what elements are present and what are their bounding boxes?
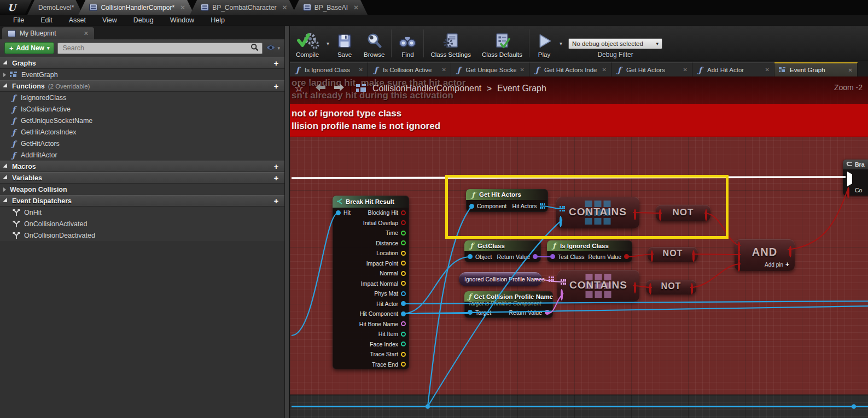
graph-tab-get-unique-socket[interactable]: ƒGet Unique Socket✕ (451, 62, 529, 76)
name-pin[interactable] (545, 310, 550, 315)
section-header-event-dispatchers[interactable]: Event Dispatchers+ (0, 195, 284, 207)
bool-pin[interactable] (401, 220, 406, 225)
object-pin[interactable] (401, 301, 406, 306)
menu-item-asset[interactable]: Asset (61, 15, 94, 25)
list-item-weapon-collision[interactable]: Weapon Collision (0, 184, 284, 195)
menu-item-edit[interactable]: Edit (33, 15, 60, 25)
favorite-star-icon[interactable]: ☆ (294, 82, 304, 95)
name-pin[interactable] (401, 321, 406, 326)
bool-pin[interactable] (789, 246, 791, 257)
bool-pin[interactable] (691, 283, 693, 295)
add-item-button[interactable]: + (271, 58, 281, 68)
search-input[interactable] (61, 44, 251, 52)
add-item-button[interactable]: + (271, 173, 281, 182)
window-tab-3[interactable]: BP_CombatCharacter✕ (190, 0, 296, 15)
list-item-addhitactor[interactable]: ƒAddHitActor (0, 149, 284, 161)
vector-pin[interactable] (401, 251, 406, 256)
bool-pin[interactable] (651, 250, 653, 262)
float-pin[interactable] (401, 231, 406, 236)
node-and[interactable]: ANDAdd pin+ (735, 239, 795, 271)
close-icon[interactable]: ✕ (282, 4, 288, 11)
list-item-oncollisionactivated[interactable]: OnCollisionActivated (0, 218, 284, 229)
add-item-button[interactable]: + (271, 196, 281, 205)
add-new-button[interactable]: + Add New ▾ (4, 42, 54, 54)
graph-tab-is-ignored-class[interactable]: ƒIs Ignored Class✕ (290, 62, 368, 76)
name-pin[interactable] (561, 289, 563, 301)
save-button[interactable]: Save (331, 26, 358, 61)
debug-object-select[interactable]: No debug object selected▾ (568, 38, 662, 49)
chevron-down-icon[interactable]: ▾ (558, 40, 564, 46)
chevron-down-icon[interactable]: ▾ (325, 40, 331, 46)
class-settings-button[interactable]: Class Settings (425, 26, 476, 61)
list-item-iscollisionactive[interactable]: ƒIsCollisionActive (0, 103, 284, 115)
node-contains-names[interactable]: CONTAINS (557, 270, 639, 302)
menu-item-debug[interactable]: Debug (126, 15, 161, 25)
close-icon[interactable]: ✕ (180, 4, 185, 11)
expand-arrow-icon[interactable] (3, 187, 6, 192)
add-pin-button[interactable]: Add pin+ (765, 261, 789, 268)
int-pin[interactable] (401, 332, 406, 337)
node-ignored-collision-profile-names[interactable]: Ignored Collision Profile Names (459, 272, 542, 286)
close-icon[interactable]: ✕ (442, 67, 446, 73)
section-header-functions[interactable]: Functions(2 Overridable)+ (0, 80, 284, 92)
event-graph-canvas[interactable]: not of ignored type class llision profil… (290, 76, 868, 418)
bool-pin[interactable] (692, 250, 695, 262)
int-pin[interactable] (401, 342, 406, 346)
bool-pin[interactable] (634, 282, 636, 293)
vector-pin[interactable] (401, 352, 406, 357)
object-pin[interactable] (468, 254, 473, 259)
nav-forward-icon[interactable] (333, 83, 345, 94)
panel-splitter[interactable] (284, 26, 290, 418)
node-not-2[interactable]: NOT (648, 247, 698, 262)
node-is-ignored-class[interactable]: ƒIs Ignored ClassTest ClassReturn Value (547, 240, 632, 262)
compile-button[interactable]: Compile (290, 26, 325, 61)
close-icon[interactable]: ✕ (765, 67, 770, 73)
vector-pin[interactable] (401, 362, 406, 367)
class-defaults-button[interactable]: Class Defaults (476, 26, 528, 61)
add-item-button[interactable]: + (271, 162, 281, 171)
list-item-onhit[interactable]: OnHit (0, 207, 284, 218)
bool-pin[interactable] (401, 210, 406, 215)
window-tab-1[interactable]: DemoLevel* (27, 0, 83, 15)
graph-tab-is-collision-active[interactable]: ƒIs Collision Active✕ (368, 62, 451, 76)
bool-pin[interactable] (738, 260, 740, 272)
list-item-getuniquesocketname[interactable]: ƒGetUniqueSocketName (0, 115, 284, 126)
breadcrumb-root[interactable]: CollisionHandlerComponent (372, 84, 481, 93)
expand-arrow-icon[interactable] (3, 73, 6, 77)
search-box[interactable] (57, 43, 263, 54)
bool-pin[interactable] (624, 254, 629, 259)
list-item-gethitactors[interactable]: ƒGetHitActors (0, 138, 284, 149)
find-button[interactable]: Find (393, 26, 422, 61)
node-not-3[interactable]: NOT (646, 280, 696, 295)
graph-tab-add-hit-actor[interactable]: ƒAdd Hit Actor✕ (692, 62, 774, 76)
bool-pin[interactable] (649, 283, 651, 295)
namelight-array-pin[interactable] (561, 279, 566, 285)
object-pin[interactable] (468, 310, 473, 315)
list-item-oncollisiondeactivated[interactable]: OnCollisionDeactivated (0, 229, 284, 241)
object-pin[interactable] (401, 291, 406, 296)
vector-pin[interactable] (401, 261, 406, 266)
close-icon[interactable]: ✕ (353, 4, 359, 11)
class-pin[interactable] (550, 254, 555, 259)
graph-tab-event-graph[interactable]: Event Graph✕ (774, 62, 858, 76)
node-get-class[interactable]: ƒGetClassObjectReturn Value (464, 240, 541, 262)
window-tab-4[interactable]: BP_BaseAI✕ (292, 0, 368, 15)
object-pin[interactable] (401, 311, 406, 316)
close-icon[interactable]: ✕ (359, 67, 363, 73)
menu-item-help[interactable]: Help (203, 15, 232, 25)
object-pin[interactable] (336, 210, 341, 215)
nav-back-icon[interactable] (315, 83, 327, 94)
graph-tab-get-hit-actors[interactable]: ƒGet Hit Actors✕ (611, 62, 692, 76)
play-button[interactable]: Play (531, 26, 558, 61)
close-icon[interactable]: ✕ (602, 67, 607, 73)
section-header-graphs[interactable]: Graphs+ (0, 57, 284, 69)
menu-item-view[interactable]: View (95, 15, 125, 25)
namelight-array-pin[interactable] (549, 276, 554, 282)
list-item-isignoredclass[interactable]: ƒIsIgnoredClass (0, 92, 284, 103)
close-icon[interactable]: ✕ (683, 67, 688, 73)
add-item-button[interactable]: + (271, 81, 281, 91)
list-item-eventgraph[interactable]: EventGraph (0, 69, 284, 80)
tab-my-blueprint[interactable]: My Blueprint ✕ (2, 27, 94, 39)
menu-item-window[interactable]: Window (162, 15, 202, 25)
class-pin[interactable] (533, 254, 538, 259)
